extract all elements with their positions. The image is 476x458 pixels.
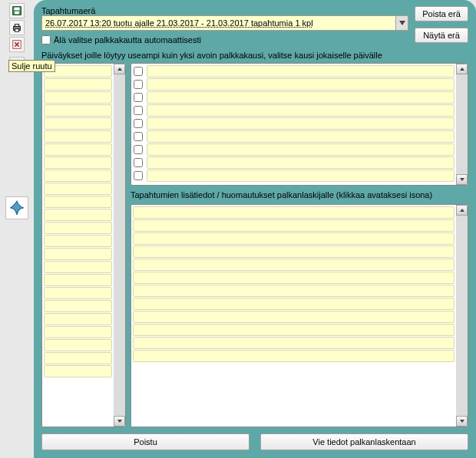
list-item[interactable] [44,209,112,221]
exit-button[interactable]: Poistu [41,433,250,450]
list-item[interactable] [44,222,112,234]
list-item[interactable] [133,232,455,245]
row-checkbox[interactable] [134,106,143,115]
scroll-track[interactable] [456,74,468,174]
batch-label: Tapahtumaerä [41,6,408,15]
auto-period-label: Älä valitse palkkakautta automaattisesti [54,35,201,44]
list-item[interactable] [133,259,455,271]
main-panel: Tapahtumaerä 26.07.2017 13:20 tuotu ajal… [34,0,476,458]
scroll-up-icon[interactable] [456,205,468,216]
print-icon[interactable] [9,20,25,35]
list-item[interactable] [44,365,112,377]
svg-rect-4 [15,25,18,27]
svg-rect-2 [15,12,18,15]
list-item[interactable] [44,91,112,104]
scroll-up-icon[interactable] [114,64,125,74]
list-item[interactable] [147,117,455,130]
scroll-track[interactable] [456,216,468,416]
list-item[interactable] [147,65,455,77]
list-item[interactable] [44,104,112,117]
list-item[interactable] [44,183,112,195]
chevron-down-icon[interactable] [395,16,408,30]
scrollbar[interactable] [456,64,468,185]
svg-rect-1 [15,8,20,11]
scrollbar[interactable] [114,64,125,427]
list-item[interactable] [44,300,112,312]
row-checkbox[interactable] [134,119,143,128]
show-batch-button[interactable]: Näytä erä [415,28,468,43]
list-item[interactable] [44,339,112,351]
list-item[interactable] [133,245,455,258]
list-item[interactable] [44,130,112,143]
row-checkbox[interactable] [134,132,143,141]
dates-section-label: Päiväykset joille löytyy useampi kuin yk… [41,51,468,60]
period-list [131,63,468,186]
list-item[interactable] [147,130,455,143]
scroll-down-icon[interactable] [456,174,468,185]
scroll-down-icon[interactable] [456,416,468,427]
scrollbar[interactable] [456,205,468,427]
list-item[interactable] [147,104,455,117]
list-item[interactable] [133,350,455,362]
tooltip-close: Sulje ruutu [8,60,55,72]
list-item[interactable] [133,285,455,297]
list-item[interactable] [133,324,455,336]
list-item[interactable] [133,298,455,310]
list-item[interactable] [147,170,455,182]
row-checkbox[interactable] [134,67,143,76]
save-icon[interactable] [9,3,25,18]
scroll-up-icon[interactable] [456,64,468,74]
list-item[interactable] [44,313,112,325]
row-checkbox[interactable] [134,80,143,89]
list-item[interactable] [133,272,455,284]
export-button[interactable]: Vie tiedot palkanlaskentaan [260,433,468,450]
details-list[interactable] [131,204,468,427]
list-item[interactable] [44,326,112,338]
list-item[interactable] [133,337,455,349]
left-toolbar: Sulje ruutu P [0,0,34,458]
list-item[interactable] [147,91,455,104]
list-item[interactable] [44,248,112,260]
auto-period-checkbox[interactable] [41,35,51,44]
row-checkbox[interactable] [134,171,143,180]
list-item[interactable] [44,235,112,247]
app-logo [5,196,28,219]
details-section-label: Tapahtumien lisätiedot / huomautukset pa… [131,190,468,199]
list-item[interactable] [44,170,112,182]
list-item[interactable] [44,157,112,169]
list-item[interactable] [44,274,112,286]
list-item[interactable] [44,287,112,299]
list-item[interactable] [44,143,112,156]
list-item[interactable] [147,157,455,169]
svg-rect-5 [15,29,18,32]
list-item[interactable] [44,78,112,91]
list-item[interactable] [133,311,455,323]
list-item[interactable] [44,261,112,273]
list-item[interactable] [133,206,455,219]
row-checkbox[interactable] [134,93,143,102]
row-checkbox[interactable] [134,158,143,167]
batch-selected-text: 26.07.2017 13:20 tuotu ajalle 21.03.2017… [42,18,395,28]
list-item[interactable] [44,196,112,208]
batch-select[interactable]: 26.07.2017 13:20 tuotu ajalle 21.03.2017… [41,15,408,31]
list-item[interactable] [44,117,112,130]
close-icon[interactable] [9,37,25,52]
list-item[interactable] [44,352,112,364]
delete-batch-button[interactable]: Poista erä [415,6,468,21]
scroll-track[interactable] [114,74,125,416]
row-checkbox[interactable] [134,145,143,154]
list-item[interactable] [147,78,455,91]
scroll-down-icon[interactable] [114,416,125,427]
list-item[interactable] [133,219,455,232]
list-item[interactable] [147,143,455,156]
dates-list [41,63,126,427]
